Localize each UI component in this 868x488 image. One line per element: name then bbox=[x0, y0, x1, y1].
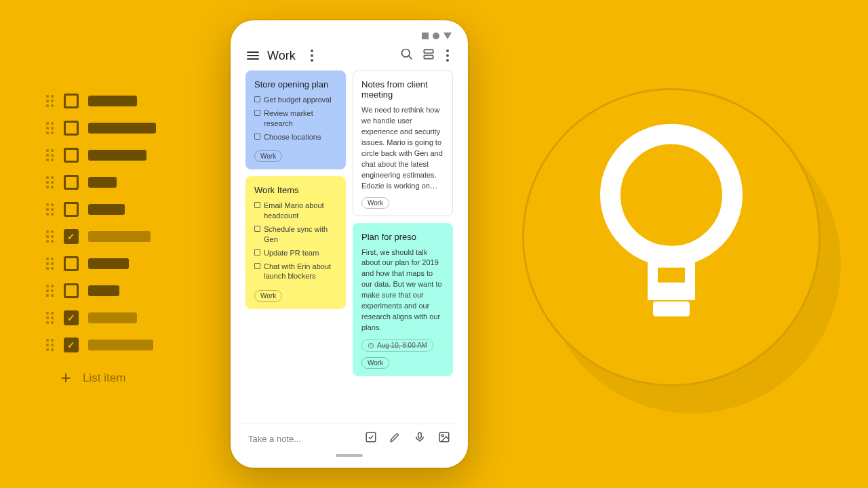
svg-point-8 bbox=[441, 434, 443, 436]
list-item bbox=[46, 256, 156, 271]
note-title: Plan for preso bbox=[361, 232, 444, 242]
menu-icon[interactable] bbox=[247, 52, 259, 60]
note-checklist: Email Mario about headcount Schedule syn… bbox=[254, 201, 337, 281]
reminder-chip: Aug 10, 8:00 AM bbox=[361, 339, 433, 352]
more-title-icon[interactable] bbox=[308, 49, 316, 62]
draw-icon[interactable] bbox=[389, 431, 401, 446]
decorative-checklist: + List item bbox=[46, 94, 156, 388]
bulb-icon bbox=[593, 124, 749, 327]
add-list-item: + List item bbox=[58, 367, 156, 388]
page-title: Work bbox=[267, 49, 296, 63]
status-icon bbox=[443, 33, 452, 39]
svg-line-1 bbox=[409, 56, 412, 60]
mic-icon[interactable] bbox=[414, 431, 426, 446]
list-item bbox=[46, 121, 156, 136]
add-list-label: List item bbox=[83, 371, 125, 385]
note-title: Work Items bbox=[254, 185, 337, 195]
svg-point-0 bbox=[402, 49, 410, 58]
phone-screen: Work Store opening plan Get budget appro… bbox=[239, 28, 460, 460]
list-item bbox=[46, 202, 156, 217]
search-icon[interactable] bbox=[400, 47, 414, 64]
view-toggle-icon[interactable] bbox=[422, 47, 435, 64]
app-header: Work bbox=[239, 42, 460, 70]
note-tag: Work bbox=[254, 290, 282, 302]
note-tag: Work bbox=[361, 357, 389, 369]
list-item bbox=[46, 94, 156, 108]
note-tag: Work bbox=[254, 150, 282, 162]
notes-grid: Store opening plan Get budget approval R… bbox=[239, 70, 460, 424]
note-title: Notes from client meeting bbox=[361, 79, 444, 100]
phone-frame: Work Store opening plan Get budget appro… bbox=[231, 20, 468, 468]
list-item bbox=[46, 229, 156, 244]
overflow-icon[interactable] bbox=[443, 49, 452, 62]
note-tag: Work bbox=[361, 197, 389, 209]
bottom-bar: Take a note... bbox=[239, 424, 460, 450]
status-icon bbox=[422, 33, 429, 39]
list-item bbox=[46, 283, 156, 298]
take-note-input[interactable]: Take a note... bbox=[248, 434, 353, 444]
note-checklist: Get budget approval Review market resear… bbox=[254, 95, 337, 142]
note-card-preso[interactable]: Plan for preso First, we should talk abo… bbox=[353, 223, 453, 377]
list-item bbox=[46, 148, 156, 163]
svg-point-9 bbox=[610, 134, 732, 256]
list-item bbox=[46, 338, 156, 352]
svg-rect-6 bbox=[418, 432, 422, 438]
note-body: First, we should talk about our plan for… bbox=[361, 247, 444, 334]
svg-rect-3 bbox=[424, 56, 433, 59]
status-bar bbox=[239, 28, 460, 42]
note-body: We need to rethink how we handle user ex… bbox=[361, 105, 444, 192]
list-item bbox=[46, 310, 156, 325]
plus-icon: + bbox=[58, 367, 73, 388]
note-card-work-items[interactable]: Work Items Email Mario about headcount S… bbox=[245, 176, 346, 309]
image-icon[interactable] bbox=[438, 431, 450, 446]
clock-icon bbox=[368, 342, 374, 349]
home-indicator bbox=[336, 454, 363, 457]
note-card-client-meeting[interactable]: Notes from client meeting We need to ret… bbox=[353, 70, 453, 216]
note-title: Store opening plan bbox=[254, 79, 337, 89]
keep-logo bbox=[522, 88, 821, 386]
list-item bbox=[46, 175, 156, 190]
note-card-store-plan[interactable]: Store opening plan Get budget approval R… bbox=[245, 70, 346, 169]
svg-rect-2 bbox=[424, 49, 433, 53]
status-icon bbox=[433, 33, 439, 39]
svg-rect-5 bbox=[366, 432, 376, 442]
svg-rect-12 bbox=[653, 302, 690, 317]
svg-rect-11 bbox=[658, 268, 685, 283]
checkbox-icon[interactable] bbox=[365, 431, 377, 446]
